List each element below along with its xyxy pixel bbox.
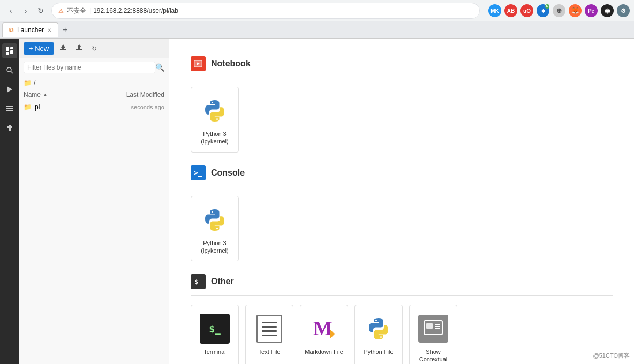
- main-content: Notebook Python 3(ipykernel): [169, 39, 634, 364]
- activity-run[interactable]: [2, 82, 17, 97]
- activity-files[interactable]: [2, 43, 17, 58]
- notebook-python3-card[interactable]: Python 3(ipykernel): [191, 87, 239, 153]
- notebook-python3-label: Python 3(ipykernel): [201, 130, 228, 146]
- ext-icon-globe[interactable]: ⊕: [553, 4, 565, 17]
- notebook-section-title: Notebook: [211, 59, 251, 69]
- app-layout: + New ↻ 🔍 📁 / Name ▲ Last Modified: [0, 39, 634, 364]
- launcher-tab-icon: ⧉: [9, 26, 14, 34]
- ext-icon-uo[interactable]: uO: [520, 4, 533, 17]
- back-button[interactable]: ‹: [4, 4, 17, 17]
- svg-marker-13: [77, 44, 81, 49]
- new-button[interactable]: + New: [24, 42, 54, 55]
- ext-icon-abp[interactable]: AB: [504, 4, 517, 17]
- svg-rect-1: [10, 47, 13, 49]
- browser-icons: MK AB uO ◆ N ⊕ 🦊 Pe ◉ ⚙: [488, 4, 630, 17]
- svg-rect-7: [6, 106, 13, 107]
- svg-point-17: [212, 102, 213, 103]
- tab-close-button[interactable]: ✕: [47, 27, 51, 33]
- terminal-icon: $_: [200, 314, 230, 344]
- svg-point-4: [7, 67, 11, 72]
- terminal-label: Terminal: [203, 348, 226, 355]
- svg-rect-12: [76, 49, 82, 50]
- forward-button[interactable]: ›: [19, 4, 32, 17]
- ext-icon-settings[interactable]: ⚙: [617, 4, 630, 17]
- terminal-symbol: $_: [209, 323, 221, 335]
- file-panel: + New ↻ 🔍 📁 / Name ▲ Last Modified: [19, 39, 169, 364]
- col-name-header[interactable]: Name ▲: [24, 91, 111, 98]
- other-divider: [191, 295, 613, 296]
- help-label: Show ContextualHelp: [414, 348, 452, 364]
- python3-console-icon: [200, 205, 230, 235]
- other-cards: $_ Terminal Text File: [191, 305, 613, 364]
- svg-point-19: [212, 211, 213, 213]
- console-section-header: >_ Console: [191, 165, 613, 180]
- other-section-icon: $_: [191, 274, 206, 289]
- folder-icon: 📁: [24, 103, 32, 111]
- notebook-section-icon: [191, 56, 206, 71]
- file-name: 📁 pi: [24, 103, 111, 111]
- textfile-icon: [254, 314, 284, 344]
- nav-buttons: ‹ › ↻: [4, 4, 47, 17]
- pythonfile-label: Python File: [364, 348, 393, 355]
- console-python3-card[interactable]: Python 3(ipykernel): [191, 196, 239, 262]
- activity-extensions[interactable]: [2, 120, 17, 135]
- svg-marker-6: [7, 86, 12, 93]
- svg-rect-9: [6, 110, 13, 111]
- console-section-icon: >_: [191, 165, 206, 180]
- svg-point-24: [380, 336, 382, 338]
- launcher-tab[interactable]: ⧉ Launcher ✕: [2, 22, 58, 37]
- console-section-title: Console: [211, 168, 245, 178]
- activity-list[interactable]: [2, 101, 17, 116]
- upload-button-2[interactable]: [72, 42, 86, 55]
- console-cards: Python 3(ipykernel): [191, 196, 613, 262]
- address-url: 192.168.2.22:8888/user/pi/lab: [93, 7, 178, 14]
- notebook-cards: Python 3(ipykernel): [191, 87, 613, 153]
- search-box: 🔍: [19, 58, 169, 77]
- markdown-card[interactable]: M Markdown File: [300, 305, 348, 364]
- other-section-header: $_ Other: [191, 274, 613, 289]
- svg-marker-22: [330, 330, 335, 338]
- notebook-divider: [191, 78, 613, 78]
- python3-notebook-icon: [200, 96, 230, 126]
- watermark: @51CTO博客: [593, 352, 630, 360]
- activity-bar: [0, 39, 19, 364]
- pythonfile-card[interactable]: Python File: [354, 305, 403, 364]
- table-row[interactable]: 📁 pi seconds ago: [19, 101, 169, 113]
- new-tab-button[interactable]: +: [58, 25, 72, 35]
- help-card[interactable]: Show ContextualHelp: [409, 305, 457, 364]
- svg-rect-0: [6, 47, 9, 51]
- file-table: Name ▲ Last Modified 📁 pi seconds ago: [19, 89, 169, 364]
- file-toolbar: + New ↻: [19, 39, 169, 58]
- reload-button[interactable]: ↻: [34, 4, 47, 17]
- ext-icon-new[interactable]: ◆ N: [537, 4, 549, 17]
- search-input[interactable]: [24, 62, 155, 73]
- console-divider: [191, 187, 613, 187]
- refresh-button[interactable]: ↻: [88, 43, 100, 54]
- svg-text:M: M: [313, 317, 333, 339]
- svg-rect-2: [10, 50, 13, 54]
- ext-icon-pe[interactable]: Pe: [585, 4, 598, 17]
- address-bar[interactable]: ⚠ 不安全 | 192.168.2.22:8888/user/pi/lab: [51, 3, 480, 19]
- breadcrumb: 📁 /: [19, 77, 169, 89]
- textfile-label: Text File: [259, 348, 281, 355]
- security-icon: ⚠: [58, 7, 64, 14]
- upload-button[interactable]: [56, 42, 70, 55]
- file-date: seconds ago: [111, 104, 164, 110]
- textfile-card[interactable]: Text File: [245, 305, 293, 364]
- security-text: 不安全: [67, 6, 86, 16]
- console-python3-label: Python 3(ipykernel): [201, 239, 228, 255]
- col-modified-header: Last Modified: [111, 91, 164, 98]
- ext-icon-dark[interactable]: ◉: [601, 4, 614, 17]
- ext-icon-mk[interactable]: MK: [488, 4, 501, 17]
- pythonfile-icon: [364, 314, 394, 344]
- svg-marker-11: [61, 44, 65, 49]
- svg-rect-26: [426, 323, 433, 329]
- other-section-title: Other: [211, 277, 234, 286]
- activity-search[interactable]: [2, 63, 17, 78]
- file-table-header: Name ▲ Last Modified: [19, 89, 169, 101]
- svg-point-23: [375, 320, 377, 321]
- ext-icon-fire[interactable]: 🦊: [569, 4, 582, 17]
- breadcrumb-path: /: [34, 79, 35, 87]
- search-button[interactable]: 🔍: [155, 63, 164, 72]
- terminal-card[interactable]: $_ Terminal: [191, 305, 239, 364]
